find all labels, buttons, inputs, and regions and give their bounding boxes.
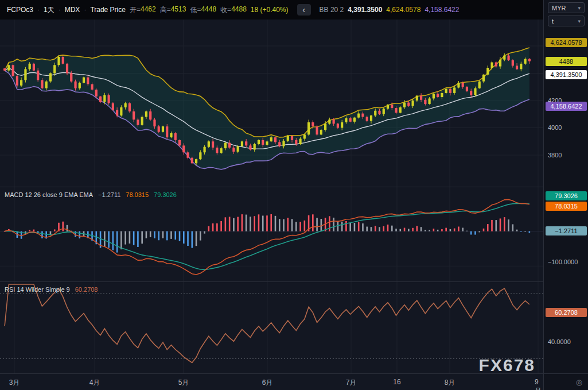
- time-axis-corner: ◎: [543, 373, 588, 390]
- time-axis[interactable]: 3月4月5月6月7月168月9月: [0, 373, 543, 390]
- macd-hist-value: −1.2711: [98, 191, 120, 198]
- rsi-value: 60.2708: [75, 286, 98, 293]
- currency-selector[interactable]: MYR ▾: [548, 2, 585, 13]
- ohlc-open: 开= 4462: [130, 5, 156, 15]
- macd-signal-value: 79.3026: [154, 191, 177, 198]
- separator: ·: [59, 6, 61, 14]
- macd-title[interactable]: MACD 12 26 close 9 EMA EMA: [5, 191, 93, 198]
- rsi-panel[interactable]: RSI 14 Wilder Simple 9 60.2708 FX678: [0, 281, 543, 373]
- ohlc-low: 低= 4448: [190, 5, 216, 15]
- bb-middle-value: 4,391.3500: [348, 6, 382, 14]
- price-tick: 4000: [548, 124, 562, 131]
- currency-value: MYR: [552, 5, 566, 11]
- bb-upper-badge: 4,624.0578: [546, 38, 587, 47]
- interval-selector[interactable]: 1天: [44, 5, 54, 15]
- macd-panel[interactable]: MACD 12 26 close 9 EMA EMA −1.2711 78.03…: [0, 187, 543, 281]
- watermark: FX678: [479, 356, 535, 375]
- price-panel[interactable]: [0, 20, 543, 187]
- exchange-label: MDX: [65, 6, 80, 14]
- unit-value: t: [552, 18, 554, 25]
- trading-chart-app: FCPOc3 · 1天 · MDX · Trade Price 开= 4462 …: [0, 0, 588, 390]
- separator: ·: [84, 6, 86, 14]
- macd-hist-badge: −1.2711: [546, 226, 587, 235]
- unit-selector[interactable]: t ▾: [548, 16, 585, 26]
- time-axis-label: 3月: [9, 378, 20, 388]
- separator: ·: [37, 6, 40, 14]
- rsi-header: RSI 14 Wilder Simple 9 60.2708: [5, 286, 98, 293]
- rsi-tick: 40.0000: [548, 338, 571, 345]
- close-value: 4488: [231, 5, 247, 15]
- chevron-down-icon: ▾: [578, 18, 581, 24]
- macd-signal-badge: 79.3026: [546, 191, 587, 200]
- bb-lower-badge: 4,158.6422: [546, 102, 587, 111]
- price-scale-axis[interactable]: MYR ▾ t ▾ 4,624.0578 4488 4,391.3500 420…: [543, 0, 588, 373]
- open-label: 开=: [130, 5, 141, 15]
- time-axis-label: 5月: [178, 378, 189, 388]
- bb-lower-value: 4,158.6422: [425, 6, 459, 14]
- open-value: 4462: [141, 5, 156, 15]
- macd-line-badge: 78.0315: [546, 202, 587, 211]
- target-icon[interactable]: ◎: [576, 378, 582, 387]
- time-axis-label: 6月: [262, 378, 273, 388]
- symbol-name[interactable]: FCPOc3: [7, 6, 33, 14]
- macd-tick: −100.0000: [548, 258, 578, 265]
- time-axis-label: 8月: [445, 378, 455, 388]
- time-axis-label: 16: [393, 378, 400, 386]
- rsi-badge: 60.2708: [546, 308, 587, 317]
- collapse-left-icon[interactable]: ‹: [297, 4, 311, 16]
- close-label: 收=: [220, 5, 231, 15]
- high-value: 4513: [171, 5, 186, 15]
- price-chart-canvas[interactable]: [0, 20, 543, 187]
- bb-upper-value: 4,624.0578: [386, 6, 420, 14]
- macd-line-value: 78.0315: [126, 191, 149, 198]
- price-tick: 3800: [548, 152, 562, 159]
- rsi-title[interactable]: RSI 14 Wilder Simple 9: [5, 286, 70, 293]
- low-label: 低=: [190, 5, 201, 15]
- macd-header: MACD 12 26 close 9 EMA EMA −1.2711 78.03…: [5, 191, 177, 198]
- chevron-down-icon: ▾: [578, 5, 581, 11]
- price-type-label: Trade Price: [90, 6, 126, 14]
- bb-middle-badge: 4,391.3500: [546, 70, 587, 79]
- ohlc-high: 高= 4513: [160, 5, 186, 15]
- low-value: 4448: [201, 5, 216, 15]
- time-axis-label: 9月: [535, 378, 542, 390]
- time-axis-label: 7月: [346, 378, 357, 388]
- change-value: 18 (+0.40%): [251, 6, 289, 14]
- time-axis-label: 4月: [89, 378, 100, 388]
- last-price-badge: 4488: [546, 57, 587, 66]
- high-label: 高=: [160, 5, 171, 15]
- macd-chart-canvas[interactable]: [0, 187, 543, 282]
- rsi-chart-canvas[interactable]: [0, 282, 543, 374]
- chart-header: FCPOc3 · 1天 · MDX · Trade Price 开= 4462 …: [0, 0, 543, 20]
- bb-indicator-label[interactable]: BB 20 2: [320, 6, 344, 14]
- ohlc-close: 收= 4488: [220, 5, 247, 15]
